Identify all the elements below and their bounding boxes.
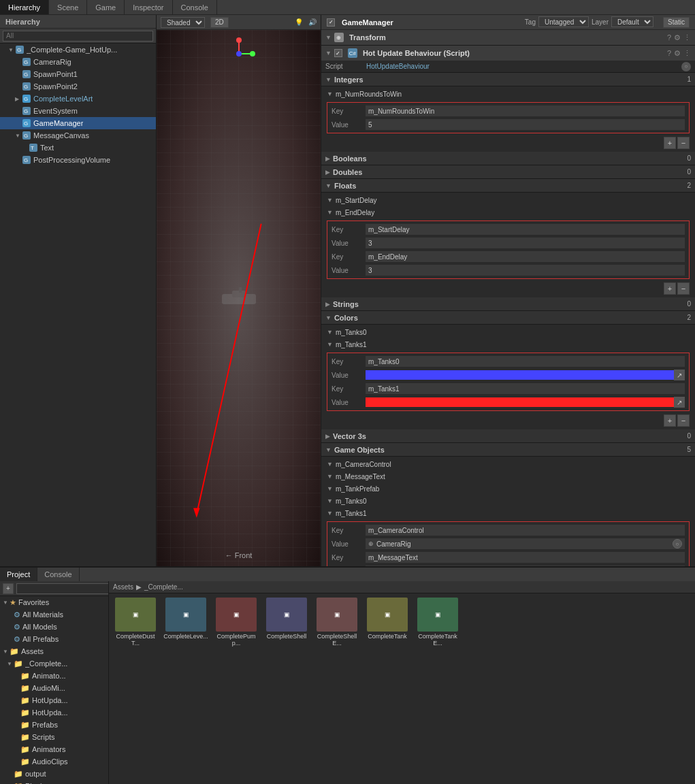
cameracontrol-select-button[interactable]: ○ xyxy=(673,539,682,549)
hotupdate1-folder[interactable]: 📁 HotUpda... xyxy=(0,694,108,706)
asset-item-completetank[interactable]: ▣ CompleteTank xyxy=(363,596,411,648)
hotupdate-more-icon[interactable]: ⋮ xyxy=(683,49,691,58)
transform-settings-icon[interactable]: ⚙ xyxy=(674,33,681,42)
tanks1-key-input[interactable] xyxy=(366,383,685,394)
doubles-header[interactable]: ▶ Doubles 0 xyxy=(321,165,695,179)
hierarchy-search-input[interactable] xyxy=(3,31,153,42)
strings-count: 0 xyxy=(687,300,691,308)
tree-item-eventsystem[interactable]: G EventSystem xyxy=(0,105,156,117)
asset-item-completepump[interactable]: ▣ CompletePump... xyxy=(212,596,260,648)
prefabs-folder[interactable]: 📁 Prefabs xyxy=(0,719,108,731)
hotupdate-arrow: ▼ xyxy=(325,50,332,56)
m-numroundstowin-value-input[interactable] xyxy=(366,119,685,130)
strings-header[interactable]: ▶ Strings 0 xyxy=(321,297,695,311)
tab-project[interactable]: Project xyxy=(0,568,37,581)
colors-header[interactable]: ▼ Colors 2 xyxy=(321,311,695,325)
audiomixer-folder[interactable]: 📁 AudioMi... xyxy=(0,682,108,694)
tanks0-key-input[interactable] xyxy=(366,356,685,367)
asset-item-completedust[interactable]: ▣ CompleteDustT... xyxy=(112,596,159,648)
tab-scene[interactable]: Scene xyxy=(49,0,87,14)
completelevelart-icon: G xyxy=(22,94,31,103)
cameracontrol-key-input[interactable] xyxy=(366,525,685,536)
tab-inspector[interactable]: Inspector xyxy=(125,0,172,14)
tag-dropdown[interactable]: Untagged xyxy=(538,16,589,27)
vector3s-header[interactable]: ▶ Vector 3s 0 xyxy=(321,429,695,443)
messagetext-key-input[interactable] xyxy=(366,552,685,563)
floats-header[interactable]: ▼ Floats 2 xyxy=(321,179,695,193)
tanks1-color-picker-button[interactable]: ↗ xyxy=(674,397,685,408)
all-prefabs-item[interactable]: ⚙ All Prefabs xyxy=(0,633,108,645)
colors-remove-button[interactable]: − xyxy=(677,414,690,427)
hotupdate-question-icon[interactable]: ? xyxy=(667,49,671,58)
tanks0-color-value-row: Value ↗ xyxy=(329,368,688,382)
transform-question-icon[interactable]: ? xyxy=(667,33,671,42)
tab-game[interactable]: Game xyxy=(87,0,125,14)
asset-item-completeshell[interactable]: ▣ CompleteShell xyxy=(263,596,310,648)
assets-root-folder[interactable]: ▼ 📁 Assets xyxy=(0,645,108,657)
gameobjects-header[interactable]: ▼ Game Objects 5 xyxy=(321,443,695,457)
favorites-folder[interactable]: ▼ ★ Favorites xyxy=(0,596,108,608)
integers-section-header[interactable]: ▼ Integers 1 xyxy=(321,73,695,86)
transform-more-icon[interactable]: ⋮ xyxy=(683,33,691,42)
floats-remove-button[interactable]: − xyxy=(677,282,690,295)
startdelay-key-input[interactable] xyxy=(366,224,685,235)
booleans-header[interactable]: ▶ Booleans 0 xyxy=(321,152,695,165)
script-field-value[interactable]: HotUpdateBehaviour xyxy=(366,63,681,70)
m-enddelay-label: m_EndDelay xyxy=(336,209,374,216)
plugins-folder[interactable]: 📁 Plugins xyxy=(0,780,108,784)
layer-dropdown[interactable]: Default xyxy=(611,16,653,27)
animators-folder[interactable]: 📁 Animato... xyxy=(0,670,108,682)
all-materials-item[interactable]: ⚙ All Materials xyxy=(0,608,108,621)
complete-folder[interactable]: ▼ 📁 _Complete... xyxy=(0,657,108,670)
script-select-button[interactable]: ○ xyxy=(681,62,691,71)
project-search-input[interactable] xyxy=(16,583,109,594)
enddelay-key-input[interactable] xyxy=(366,251,685,262)
tree-item-text[interactable]: T Text xyxy=(0,142,156,154)
startdelay-value-input[interactable] xyxy=(366,238,685,248)
tanks0-color-swatch[interactable] xyxy=(366,370,674,380)
front-label: ← Front xyxy=(225,551,253,559)
asset-item-completeshelle[interactable]: ▣ CompleteShellE... xyxy=(313,596,361,648)
prefabs-label: Prefabs xyxy=(32,721,58,729)
shading-dropdown[interactable]: Shaded xyxy=(161,17,205,28)
asset-item-completelevel[interactable]: ▣ CompleteLeve... xyxy=(162,596,210,648)
colors-add-button[interactable]: + xyxy=(664,414,676,427)
hotupdate-settings-icon[interactable]: ⚙ xyxy=(674,49,681,58)
svg-point-22 xyxy=(236,37,242,43)
tree-item-complete-game[interactable]: ▼ G _Complete-Game_HotUp... xyxy=(0,44,156,56)
tanks1-color-swatch[interactable] xyxy=(366,397,674,407)
audioclips-folder[interactable]: 📁 AudioClips xyxy=(0,755,108,768)
floats-add-button[interactable]: + xyxy=(664,282,676,295)
m-numroundstowin-key-input[interactable] xyxy=(366,105,685,116)
output-folder[interactable]: 📁 output xyxy=(0,768,108,780)
asset-item-completetanke[interactable]: ▣ CompleteTankE... xyxy=(414,596,462,648)
all-models-icon: ⚙ xyxy=(14,623,20,632)
all-models-item[interactable]: ⚙ All Models xyxy=(0,621,108,633)
tab-console[interactable]: Console xyxy=(37,568,79,581)
static-button[interactable]: Static xyxy=(663,17,690,28)
hotupdate-header[interactable]: ▼ C# Hot Update Behaviour (Script) ? ⚙ ⋮ xyxy=(321,46,695,61)
tree-item-spawnpoint2[interactable]: G SpawnPoint2 xyxy=(0,80,156,93)
scene-content[interactable]: ← Front xyxy=(157,30,321,566)
camera-rig-icon: G xyxy=(22,57,31,67)
tree-item-camera-rig[interactable]: G CameraRig xyxy=(0,56,156,68)
integers-remove-button[interactable]: − xyxy=(677,137,690,149)
tree-item-gamemanager[interactable]: G GameManager xyxy=(0,117,156,129)
transform-component-header[interactable]: ▼ ⊕ Transform ? ⚙ ⋮ xyxy=(321,30,695,45)
hotupdate-active-checkbox[interactable] xyxy=(334,49,342,57)
tree-item-spawnpoint1[interactable]: G SpawnPoint1 xyxy=(0,68,156,80)
tab-console[interactable]: Console xyxy=(173,0,217,14)
2d-toggle[interactable]: 2D xyxy=(210,17,229,28)
tree-item-postprocessing[interactable]: G PostProcessingVolume xyxy=(0,154,156,166)
tanks0-color-picker-button[interactable]: ↗ xyxy=(674,370,685,380)
tab-hierarchy[interactable]: Hierarchy xyxy=(0,0,49,14)
hotupdate2-folder[interactable]: 📁 HotUpda... xyxy=(0,706,108,719)
gameobject-active-checkbox[interactable] xyxy=(327,18,335,27)
integers-add-button[interactable]: + xyxy=(664,137,676,149)
tree-item-messagecanvas[interactable]: ▼ G MessageCanvas xyxy=(0,129,156,142)
enddelay-value-input[interactable] xyxy=(366,265,685,276)
project-add-button[interactable]: + xyxy=(3,583,14,594)
tree-item-completelevelart[interactable]: ▶ G CompleteLevelArt xyxy=(0,93,156,105)
animators2-folder[interactable]: 📁 Animators xyxy=(0,743,108,755)
scripts-folder[interactable]: 📁 Scripts xyxy=(0,731,108,743)
